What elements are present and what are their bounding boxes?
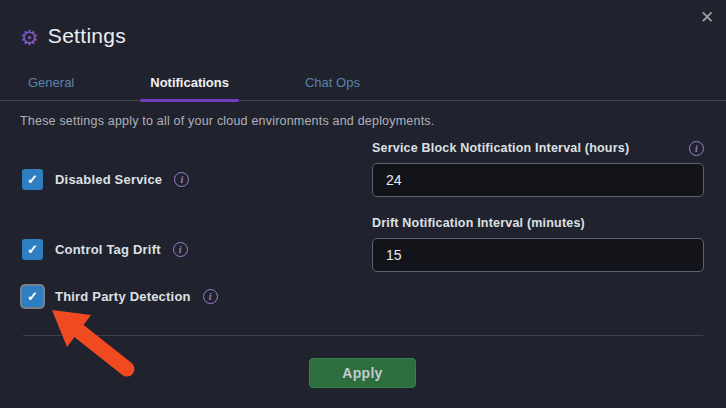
drift-interval-label: Drift Notification Interval (minutes) [372,216,585,230]
service-block-interval-input[interactable] [372,163,704,197]
info-icon[interactable]: i [203,289,218,304]
dialog-title: Settings [48,24,126,48]
service-block-interval-field: Service Block Notification Interval (hou… [372,140,704,197]
settings-description: These settings apply to all of your clou… [20,114,434,128]
info-icon[interactable]: i [174,172,189,187]
tab-notifications[interactable]: Notifications [140,75,239,100]
third-party-detection-row: ✓ Third Party Detection i [22,285,218,307]
apply-button[interactable]: Apply [309,358,416,388]
info-icon[interactable]: i [689,141,704,156]
disabled-service-checkbox[interactable]: ✓ [22,169,43,190]
annotation-arrow-icon [38,300,148,380]
service-block-interval-label: Service Block Notification Interval (hou… [372,141,629,155]
drift-interval-input[interactable] [372,238,704,272]
third-party-detection-label: Third Party Detection [55,289,191,304]
disabled-service-label: Disabled Service [55,172,162,187]
control-tag-drift-checkbox[interactable]: ✓ [22,239,43,260]
third-party-detection-checkbox[interactable]: ✓ [22,286,43,307]
disabled-service-row: ✓ Disabled Service i [22,168,189,190]
tab-bar: General Notifications Chat Ops [0,72,726,101]
settings-dialog: ✕ ⚙ Settings General Notifications Chat … [0,0,726,408]
info-icon[interactable]: i [173,242,188,257]
gear-icon: ⚙ [20,27,39,48]
close-icon[interactable]: ✕ [694,4,720,30]
tab-chat-ops[interactable]: Chat Ops [295,75,370,100]
tab-general[interactable]: General [18,75,84,100]
dialog-header: ⚙ Settings [20,24,126,48]
control-tag-drift-label: Control Tag Drift [55,242,161,257]
drift-interval-field: Drift Notification Interval (minutes) [372,215,704,272]
control-tag-drift-row: ✓ Control Tag Drift i [22,238,188,260]
footer-divider [23,335,703,336]
